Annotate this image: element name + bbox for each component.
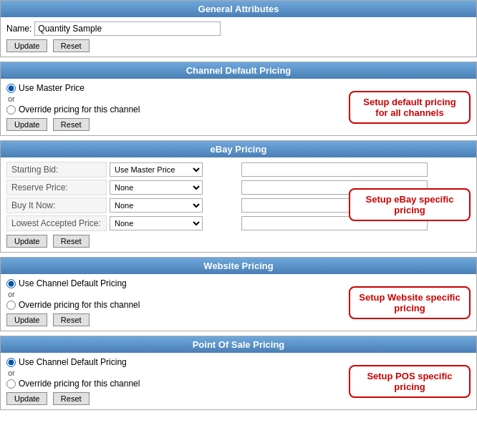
channel-btn-row: Update Reset	[6, 118, 349, 131]
ebay-starting-bid-select[interactable]: Use Master Price None Fixed Price Percen…	[110, 162, 203, 177]
pos-radio2-row: Override pricing for this channel	[6, 379, 349, 389]
ebay-pricing-section: eBay Pricing Starting Bid: Use Master Pr…	[0, 140, 477, 253]
pos-right: Setup POS specific pricing	[349, 365, 471, 398]
pos-pricing-body: Use Channel Default Pricing or Override …	[1, 353, 476, 409]
channel-default-header: Channel Default Pricing	[1, 62, 476, 79]
pos-update-button[interactable]: Update	[6, 392, 47, 405]
website-radio2-row: Override pricing for this channel	[6, 300, 349, 310]
ebay-lowest-accepted-select-wrap: None Use Master Price Fixed Price Percen…	[110, 216, 238, 230]
ebay-pricing-body: Starting Bid: Use Master Price None Fixe…	[1, 157, 476, 252]
channel-radio2[interactable]	[6, 105, 16, 115]
website-radio1[interactable]	[6, 279, 16, 288]
pos-radio2-label: Override pricing for this channel	[19, 379, 140, 389]
website-update-button[interactable]: Update	[6, 313, 47, 326]
pos-callout-box: Setup POS specific pricing	[349, 365, 471, 398]
website-left: Use Channel Default Pricing or Override …	[6, 278, 349, 326]
ebay-btn-row: Update Reset	[6, 235, 349, 248]
website-callout-box: Setup Website specific pricing	[349, 286, 471, 319]
website-pricing-header: Website Pricing	[1, 258, 476, 274]
website-btn-row: Update Reset	[6, 313, 349, 326]
ebay-buy-it-now-select-wrap: None Use Master Price Fixed Price Percen…	[110, 198, 238, 213]
ebay-left: Starting Bid: Use Master Price None Fixe…	[6, 162, 349, 248]
ebay-right: Setup eBay specific pricing	[349, 188, 471, 221]
channel-radio2-row: Override pricing for this channel	[6, 104, 349, 115]
website-reset-button[interactable]: Reset	[53, 313, 90, 326]
pos-reset-button[interactable]: Reset	[53, 392, 90, 405]
pos-radio1-row: Use Channel Default Pricing	[6, 357, 349, 367]
name-label: Name:	[6, 24, 32, 34]
ebay-callout-box: Setup eBay specific pricing	[349, 188, 471, 221]
pos-left: Use Channel Default Pricing or Override …	[6, 357, 349, 405]
channel-radio1[interactable]	[6, 84, 16, 93]
ebay-fields-grid: Starting Bid: Use Master Price None Fixe…	[6, 162, 349, 231]
ebay-buy-it-now-select[interactable]: None Use Master Price Fixed Price Percen…	[110, 198, 203, 213]
pos-radio1-label: Use Channel Default Pricing	[19, 357, 127, 367]
website-or-text: or	[8, 290, 349, 298]
channel-default-left: Use Master Price or Override pricing for…	[6, 83, 349, 131]
website-pricing-section: Website Pricing Use Channel Default Pric…	[0, 257, 477, 331]
ebay-buy-it-now-label: Buy It Now:	[6, 198, 107, 213]
channel-default-body: Use Master Price or Override pricing for…	[1, 79, 476, 135]
ebay-lowest-accepted-label: Lowest Accepted Price:	[6, 215, 107, 231]
pos-radio2[interactable]	[6, 379, 16, 389]
channel-radio1-label: Use Master Price	[19, 83, 85, 93]
channel-default-section: Channel Default Pricing Use Master Price…	[0, 62, 477, 136]
name-row: Name:	[6, 21, 471, 36]
channel-callout-box: Setup default pricing for all channels	[349, 91, 471, 124]
channel-radio1-row: Use Master Price	[6, 83, 349, 93]
channel-radio2-label: Override pricing for this channel	[19, 104, 140, 115]
channel-default-callout: Setup default pricing for all channels	[349, 91, 471, 124]
ebay-reserve-price-select-wrap: None Use Master Price Fixed Price Percen…	[110, 180, 238, 195]
pos-pricing-header: Point Of Sale Pricing	[1, 336, 476, 353]
general-reset-button[interactable]: Reset	[53, 39, 90, 52]
ebay-reserve-price-select[interactable]: None Use Master Price Fixed Price Percen…	[110, 180, 203, 195]
ebay-starting-bid-label: Starting Bid:	[6, 162, 107, 177]
general-attributes-section: General Attributes Name: Update Reset	[0, 0, 477, 57]
pos-pricing-section: Point Of Sale Pricing Use Channel Defaul…	[0, 336, 477, 410]
ebay-lowest-accepted-select[interactable]: None Use Master Price Fixed Price Percen…	[110, 216, 203, 230]
name-input[interactable]	[34, 21, 221, 36]
pos-btn-row: Update Reset	[6, 392, 349, 405]
ebay-reset-button[interactable]: Reset	[53, 235, 90, 248]
website-pricing-body: Use Channel Default Pricing or Override …	[1, 274, 476, 331]
website-radio1-row: Use Channel Default Pricing	[6, 278, 349, 288]
ebay-pricing-header: eBay Pricing	[1, 141, 476, 157]
ebay-update-button[interactable]: Update	[6, 235, 47, 248]
ebay-reserve-price-label: Reserve Price:	[6, 180, 107, 195]
general-btn-row: Update Reset	[6, 39, 471, 52]
general-attributes-header: General Attributes	[1, 1, 476, 17]
general-update-button[interactable]: Update	[6, 39, 47, 52]
ebay-starting-bid-input[interactable]	[241, 162, 428, 177]
channel-reset-button[interactable]: Reset	[53, 118, 90, 131]
website-radio2[interactable]	[6, 301, 16, 310]
general-attributes-body: Name: Update Reset	[1, 17, 476, 57]
website-radio1-label: Use Channel Default Pricing	[19, 278, 127, 288]
website-radio2-label: Override pricing for this channel	[19, 300, 140, 310]
ebay-starting-bid-select-wrap: Use Master Price None Fixed Price Percen…	[110, 162, 238, 177]
channel-update-button[interactable]: Update	[6, 118, 47, 131]
website-right: Setup Website specific pricing	[349, 286, 471, 319]
pos-radio1[interactable]	[6, 358, 16, 367]
channel-or-text: or	[8, 94, 349, 103]
pos-or-text: or	[8, 369, 349, 377]
